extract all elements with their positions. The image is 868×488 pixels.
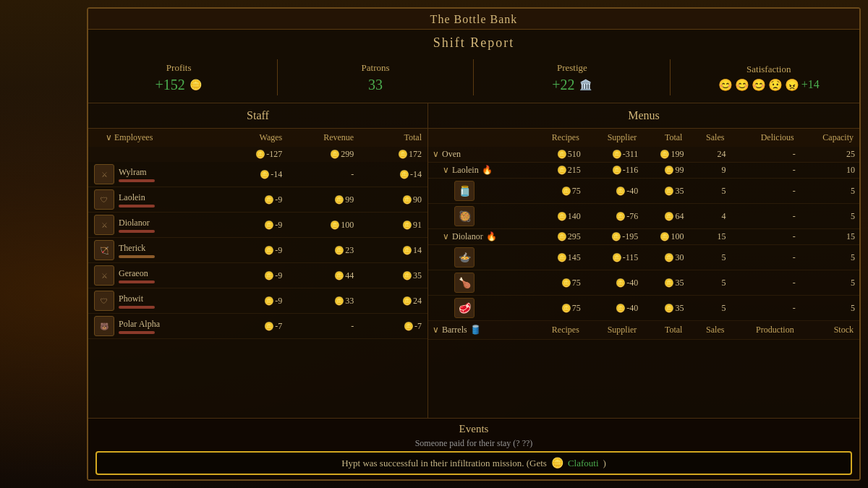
col-delicious: Delicious: [730, 129, 799, 147]
staff-row: ⚔ Geraeon 🪙-9 🪙44 🪙35: [88, 263, 427, 288]
menu-sub-section: ∨ Laolein 🔥 🪙215 🪙-116 🪙99 9 - 10: [428, 163, 859, 179]
menus-name-col: [428, 129, 530, 147]
menu-item-row: 🥩 🪙75 🪙-40 🪙35 5 - 5: [428, 296, 859, 321]
staff-summary-row: 🪙-127 🪙299 🪙172: [88, 147, 427, 162]
item-icon-cell: 🍗: [428, 270, 530, 296]
food-icon: 🍗: [454, 273, 475, 293]
employee-bar: [119, 306, 155, 309]
employee-info: Phowit: [119, 294, 155, 309]
employees-expand[interactable]: ∨: [106, 132, 112, 142]
item-icon-cell: 🥘: [428, 204, 530, 229]
sub-total: 🪙100: [642, 229, 688, 245]
employee-wages: 🪙-9: [220, 187, 288, 213]
oven-total: 🪙199: [642, 147, 688, 163]
item-sales: 5: [688, 296, 730, 321]
face-4: 😟: [768, 78, 783, 92]
item-supplier: 🪙-40: [585, 179, 642, 204]
patrons-label: Patrons: [321, 62, 430, 74]
prestige-stat: Prestige +22 🏛️: [518, 62, 626, 93]
employee-revenue: 🪙99: [288, 187, 359, 213]
employee-name-cell: 🛡 Laolein: [88, 187, 220, 213]
item-supplier: 🪙-40: [585, 296, 642, 321]
satisfaction-value: 😊 😊 😊 😟 😠 +14: [715, 78, 823, 92]
menu-section-oven: ∨ Oven 🪙510 🪙-311 🪙199 24 - 25: [428, 147, 859, 163]
menu-sub-section: ∨ Diolanor 🔥 🪙295 🪙-195 🪙100 15 - 15: [428, 229, 859, 245]
satisfaction-stat: Satisfaction 😊 😊 😊 😟 😠 +14: [715, 64, 823, 92]
col-recipes: Recipes: [530, 129, 585, 147]
sub-supplier: 🪙-116: [585, 163, 642, 179]
employee-revenue: 🪙33: [288, 288, 359, 314]
oven-expand[interactable]: ∨: [433, 149, 439, 160]
item-capacity: 5: [800, 270, 859, 296]
sub-expand[interactable]: ∨: [443, 165, 449, 176]
face-5: 😠: [785, 78, 799, 92]
employee-revenue: 🪙100: [288, 213, 359, 238]
item-sales: 5: [688, 270, 730, 296]
col-stock-b: Stock: [800, 321, 859, 340]
employee-name: Laolein: [119, 192, 155, 203]
item-recipes: 🪙140: [530, 204, 585, 229]
employee-wages: 🪙-7: [220, 314, 288, 339]
employee-avatar: 🏹: [94, 240, 114, 260]
staff-row: 🐻 Polar Alpha 🪙-7 - 🪙-7: [88, 314, 427, 339]
employee-name: Wylram: [119, 167, 155, 178]
employee-info: Geraeon: [119, 268, 155, 283]
sub-name-cell: ∨ Diolanor 🔥: [428, 229, 530, 245]
barrels-name-cell: ∨ Barrels 🛢️: [428, 321, 530, 340]
item-total: 🪙35: [642, 179, 688, 204]
item-total: 🪙35: [642, 296, 688, 321]
event-coin-icon: 🪙: [551, 457, 563, 469]
oven-label: Oven: [442, 149, 461, 160]
employee-name: Diolanor: [119, 218, 155, 228]
employee-total: 🪙91: [359, 213, 427, 238]
barrels-icon: 🛢️: [470, 325, 481, 335]
item-recipes: 🪙75: [530, 179, 585, 204]
employee-name-cell: ⚔ Diolanor: [88, 213, 220, 238]
food-icon: 🫙: [454, 181, 475, 201]
employee-bar: [119, 179, 155, 182]
satisfaction-label: Satisfaction: [715, 64, 823, 75]
events-faded: Someone paid for their stay (? ??): [95, 438, 852, 449]
col-wages: Wages: [220, 129, 288, 147]
divider-1: [277, 59, 278, 95]
col-revenue: Revenue: [288, 129, 359, 147]
shift-report-title: Shift Report: [88, 30, 859, 53]
employee-name-cell: 🏹 Therick: [88, 238, 220, 263]
sub-expand[interactable]: ∨: [443, 231, 449, 242]
patrons-value: 33: [321, 77, 430, 93]
face-3: 😊: [752, 78, 766, 92]
sub-sales: 15: [688, 229, 730, 245]
food-icon: 🥩: [454, 298, 475, 318]
employee-wages: 🪙-9: [220, 238, 288, 263]
sub-label: Laolein: [452, 165, 479, 176]
col-employees: ∨ Employees: [88, 129, 220, 147]
item-sales: 5: [688, 179, 730, 204]
prestige-label: Prestige: [518, 62, 626, 74]
title-text: The Bottle Bank: [430, 13, 518, 25]
item-icon-cell: 🫙: [428, 179, 530, 204]
col-total-b: Total: [642, 321, 688, 340]
patrons-stat: Patrons 33: [321, 62, 430, 93]
employee-wages: 🪙-9: [220, 288, 288, 314]
employee-avatar: ⚔: [94, 215, 114, 235]
sub-capacity: 15: [800, 229, 859, 245]
employee-info: Diolanor: [119, 218, 155, 233]
employee-bar: [119, 205, 155, 207]
employee-avatar: 🛡: [94, 291, 114, 311]
item-capacity: 5: [800, 179, 859, 204]
window-title: The Bottle Bank: [88, 9, 859, 30]
sub-recipes: 🪙295: [530, 229, 585, 245]
staff-row: ⚔ Diolanor 🪙-9 🪙100 🪙91: [88, 213, 427, 238]
event-link[interactable]: Clafouti: [568, 458, 599, 469]
item-supplier: 🪙-76: [585, 204, 642, 229]
sub-total: 🪙99: [642, 163, 688, 179]
sub-name-cell: ∨ Laolein 🔥: [428, 163, 530, 179]
stats-bar: Profits +152 🪙 Patrons 33 Prestige +22 🏛…: [88, 53, 859, 103]
employee-info: Therick: [119, 243, 155, 258]
employee-name-cell: ⚔ Wylram: [88, 162, 220, 187]
item-sales: 5: [688, 245, 730, 270]
satisfaction-faces: 😊 😊 😊 😟 😠 +14: [718, 78, 820, 92]
item-capacity: 5: [800, 204, 859, 229]
barrels-expand[interactable]: ∨: [433, 325, 439, 335]
employee-avatar: 🐻: [94, 316, 114, 336]
